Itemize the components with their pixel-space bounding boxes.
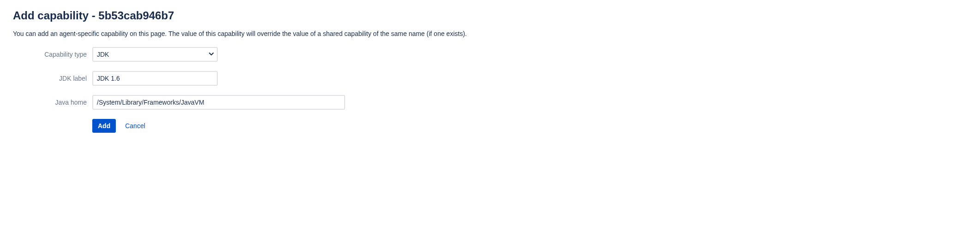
capability-type-row: Capability type JDK bbox=[13, 47, 967, 62]
capability-type-label: Capability type bbox=[13, 51, 92, 58]
page-description: You can add an agent-specific capability… bbox=[13, 30, 967, 39]
page-title: Add capability - 5b53cab946b7 bbox=[13, 9, 967, 22]
jdk-label-label: JDK label bbox=[13, 75, 92, 82]
cancel-link[interactable]: Cancel bbox=[125, 122, 145, 130]
jdk-label-row: JDK label bbox=[13, 71, 967, 86]
add-button[interactable]: Add bbox=[92, 119, 116, 133]
java-home-label: Java home bbox=[13, 99, 92, 106]
capability-type-select[interactable]: JDK bbox=[92, 47, 218, 62]
jdk-label-input[interactable] bbox=[92, 71, 218, 86]
java-home-input[interactable] bbox=[92, 95, 345, 110]
form-actions: Add Cancel bbox=[92, 119, 967, 133]
capability-type-select-wrapper: JDK bbox=[92, 47, 218, 62]
java-home-row: Java home bbox=[13, 95, 967, 110]
